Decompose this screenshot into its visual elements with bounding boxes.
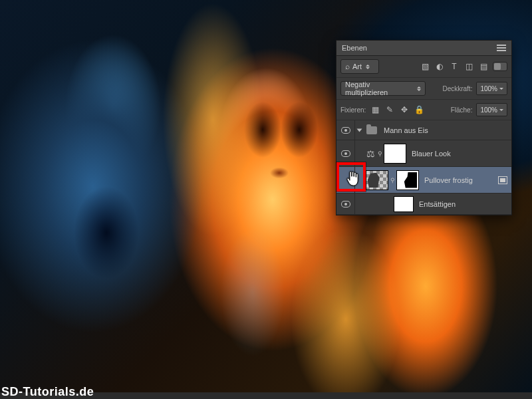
layer-name[interactable]: Pullover frostig [420,176,498,184]
lock-fill-row: Fixieren: ▦ ✎ ✥ 🔒 Fläche: 100% [336,100,511,120]
fill-value[interactable]: 100% [476,103,507,116]
layer-name[interactable]: Blauer Look [408,150,511,158]
lock-brush-icon[interactable]: ✎ [384,104,395,115]
folder-icon [366,126,377,134]
lock-label: Fixieren: [340,106,366,114]
visibility-toggle[interactable] [336,194,355,214]
layer-mask-thumb[interactable] [396,170,419,190]
watermark-text: SD-Tutorials.de [1,385,94,399]
blend-mode-value: Negativ multiplizieren [345,80,413,96]
disclosure-triangle-icon[interactable] [357,128,362,132]
opacity-value[interactable]: 100% [476,82,507,95]
filter-kind-select[interactable]: ⌕ Art [340,59,379,74]
link-icon: ⚲ [377,150,382,158]
panel-title[interactable]: Ebenen [342,44,367,52]
visibility-toggle[interactable] [336,120,355,140]
layer-effects-icon[interactable] [498,176,507,184]
filter-type-icon[interactable]: T [449,61,460,72]
opacity-label: Deckkraft: [442,85,472,92]
panel-menu-icon[interactable] [497,45,506,51]
layer-name[interactable]: Entsättigen [415,200,511,208]
eye-icon [341,127,350,134]
blend-opacity-row: Negativ multiplizieren Deckkraft: 100% [336,78,511,100]
layer-name[interactable]: Mann aus Eis [380,126,511,134]
blend-mode-select[interactable]: Negativ multiplizieren [340,81,426,96]
layer-mask-thumb[interactable] [394,196,414,212]
layer-thumb[interactable] [366,170,388,190]
layer-filter-row: ⌕ Art ▧ ◐ T ◫ ▤ [336,56,511,78]
panel-tab-bar: Ebenen [336,41,511,56]
layer-entsaettigen[interactable]: Entsättigen [336,194,511,215]
filter-toggle-switch[interactable] [493,62,507,71]
eye-icon [341,150,350,157]
adjustment-balance-icon: ⚖ [366,148,375,159]
eye-icon [341,201,350,207]
filter-shape-icon[interactable]: ◫ [464,61,474,72]
layer-group-mann-aus-eis[interactable]: Mann aus Eis [336,120,511,140]
layer-mask-thumb[interactable] [384,144,406,164]
filter-smart-icon[interactable]: ▤ [478,61,489,72]
filter-kind-label: Art [352,63,362,70]
filter-pixel-icon[interactable]: ▧ [420,61,430,72]
filter-adjust-icon[interactable]: ◐ [434,61,445,72]
fill-label: Fläche: [451,106,473,114]
link-icon: ⚲ [390,176,395,184]
lock-all-icon[interactable]: 🔒 [414,104,424,115]
lock-transparent-icon[interactable]: ▦ [370,104,380,115]
lock-move-icon[interactable]: ✥ [399,104,410,115]
tutorial-highlight-box [336,162,366,192]
